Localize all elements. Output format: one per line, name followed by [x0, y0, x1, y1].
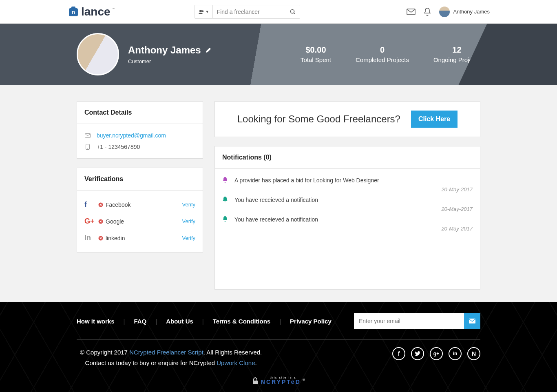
- social-icon: in: [84, 234, 98, 242]
- notification-text: A provider has placed a bid for Looking …: [234, 177, 379, 184]
- verify-link[interactable]: Verify: [182, 202, 195, 208]
- verification-name: linkedin: [106, 235, 125, 241]
- footer-script-link[interactable]: NCrypted Freelancer Script: [129, 349, 203, 356]
- x-circle-icon: [98, 236, 103, 241]
- profile-role: Customer: [128, 58, 212, 64]
- sidebar: Contact Details buyer.ncrypted@gmail.com…: [77, 101, 203, 290]
- social-facebook[interactable]: f: [392, 347, 405, 360]
- header-user-name: Anthony James: [453, 9, 490, 15]
- cta-button[interactable]: Click Here: [411, 111, 458, 128]
- verification-row: inlinkedinVerify: [84, 230, 195, 246]
- footer-link[interactable]: Terms & Conditions: [213, 318, 270, 325]
- badge-text: NCRYPTeD: [261, 379, 301, 385]
- cta-bar: Looking for Some Good Freelancers? Click…: [214, 101, 480, 137]
- user-menu[interactable]: Anthony James: [439, 7, 490, 17]
- contact-title: Contact Details: [77, 102, 203, 124]
- verifications-title: Verifications: [77, 168, 203, 190]
- search-button[interactable]: [286, 5, 300, 19]
- search-group: ▼: [195, 5, 300, 19]
- notification-date: 20-May-2017: [441, 226, 473, 232]
- bell-icon: [222, 177, 229, 183]
- main-content: Looking for Some Good Freelancers? Click…: [214, 101, 480, 290]
- svg-line-6: [294, 13, 296, 14]
- search-icon: [290, 9, 296, 15]
- contact-card: Contact Details buyer.ncrypted@gmail.com…: [77, 101, 203, 159]
- footer-link[interactable]: FAQ: [134, 318, 146, 325]
- bell-icon: [222, 216, 229, 222]
- bell-icon: [222, 197, 229, 203]
- verification-row: G+GoogleVerify: [84, 213, 195, 230]
- svg-rect-14: [469, 319, 475, 323]
- stat-total-spent: $0.00 Total Spent: [301, 45, 331, 63]
- x-circle-icon: [98, 202, 103, 207]
- svg-point-5: [291, 9, 294, 13]
- search-category-dropdown[interactable]: ▼: [195, 5, 213, 19]
- profile-banner: Anthony James Customer $0.00 Total Spent…: [0, 24, 557, 85]
- contact-phone: +1 - 1234567890: [97, 144, 140, 150]
- lock-icon: [252, 377, 259, 385]
- footer-nav: How it works|FAQ|About Us|Terms & Condit…: [77, 318, 332, 325]
- verification-name: Google: [106, 218, 124, 225]
- edit-icon[interactable]: [205, 47, 212, 53]
- social-linkedin[interactable]: in: [449, 347, 462, 360]
- verification-row: fFacebookVerify: [84, 196, 195, 213]
- footer-link[interactable]: How it works: [77, 318, 115, 325]
- svg-point-3: [199, 10, 202, 12]
- verification-name: Facebook: [106, 202, 130, 208]
- verify-link[interactable]: Verify: [182, 218, 195, 224]
- social-icon: f: [84, 200, 98, 209]
- logo-icon: n: [67, 6, 80, 18]
- contact-email[interactable]: buyer.ncrypted@gmail.com: [97, 132, 166, 139]
- stat-completed: 0 Completed Projects: [356, 45, 409, 63]
- social-ncrypted[interactable]: N: [467, 347, 480, 360]
- svg-point-4: [201, 10, 203, 12]
- notification-item: A provider has placed a bid for Looking …: [222, 175, 473, 194]
- verifications-card: Verifications fFacebookVerifyG+GoogleVer…: [77, 168, 203, 252]
- social-twitter[interactable]: [411, 347, 424, 360]
- svg-rect-15: [253, 381, 258, 384]
- page-body: Contact Details buyer.ncrypted@gmail.com…: [0, 85, 557, 302]
- messages-button[interactable]: [407, 7, 416, 16]
- avatar: [439, 7, 450, 17]
- x-circle-icon: [98, 219, 103, 224]
- contact-email-row: buyer.ncrypted@gmail.com: [84, 130, 195, 141]
- envelope-icon: [84, 133, 91, 138]
- users-icon: [198, 9, 205, 14]
- notifications-card: Notifications (0) A provider has placed …: [214, 146, 480, 290]
- footer-copyright: © Copyright 2017 NCrypted Freelancer Scr…: [80, 347, 262, 368]
- logo[interactable]: n lance ™: [67, 5, 115, 18]
- notification-text: You have receieved a notification: [234, 216, 318, 223]
- profile-stats: $0.00 Total Spent 0 Completed Projects 1…: [301, 45, 480, 63]
- svg-point-10: [87, 148, 88, 149]
- notification-date: 20-May-2017: [441, 186, 473, 193]
- notification-item: You have receieved a notification20-May-…: [222, 194, 473, 214]
- footer-link[interactable]: About Us: [166, 318, 193, 325]
- notifications-button[interactable]: [423, 7, 432, 16]
- stat-ongoing: 12 Ongoing Projects: [433, 45, 480, 63]
- footer-link[interactable]: Privacy Policy: [290, 318, 332, 325]
- social-google[interactable]: g+: [430, 347, 443, 360]
- footer-upwork-link[interactable]: Upwork Clone: [217, 359, 255, 366]
- subscribe-button[interactable]: [464, 313, 480, 329]
- profile-name-row: Anthony James: [128, 44, 212, 56]
- phone-icon: [84, 144, 91, 150]
- envelope-icon: [407, 9, 416, 15]
- subscribe-form: [354, 313, 480, 329]
- bell-icon: [424, 8, 431, 16]
- notifications-title: Notifications (0): [215, 146, 480, 169]
- envelope-icon: [469, 318, 476, 324]
- search-input[interactable]: [213, 5, 286, 19]
- cta-text: Looking for Some Good Freelancers?: [237, 113, 400, 125]
- top-header: n lance ™ ▼: [0, 0, 557, 24]
- profile-name: Anthony James: [128, 44, 201, 56]
- ncrypted-badge: this site is a NCRYPTeD ®: [77, 376, 480, 386]
- subscribe-input[interactable]: [354, 313, 464, 329]
- verify-link[interactable]: Verify: [182, 235, 195, 241]
- notification-date: 20-May-2017: [441, 206, 473, 212]
- svg-rect-7: [407, 9, 415, 15]
- contact-phone-row: +1 - 1234567890: [84, 141, 195, 153]
- svg-text:n: n: [72, 9, 75, 16]
- notification-text: You have receieved a notification: [234, 197, 318, 203]
- social-icon: G+: [84, 217, 98, 226]
- footer-socials: f g+ in N: [392, 347, 480, 360]
